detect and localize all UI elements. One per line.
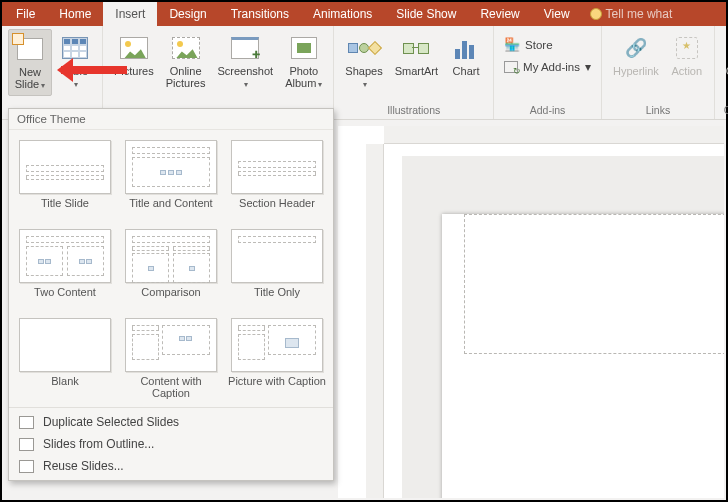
- vertical-ruler: [366, 144, 384, 498]
- layout-two-content[interactable]: Two Content: [13, 225, 117, 312]
- duplicate-icon: [19, 416, 34, 429]
- chevron-down-icon: ▾: [585, 60, 591, 74]
- subtitle-text[interactable]: Click: [442, 362, 724, 382]
- duplicate-label: Duplicate Selected Slides: [43, 415, 179, 429]
- photo-album-label: Photo Album: [285, 65, 318, 89]
- layout-content-caption[interactable]: Content with Caption: [119, 314, 223, 401]
- screenshot-label: Screenshot: [218, 65, 274, 77]
- reuse-slides[interactable]: Reuse Slides...: [9, 455, 333, 477]
- tab-file[interactable]: File: [4, 2, 47, 26]
- new-slide-gallery: Office Theme Title Slide Title and Conte…: [8, 108, 334, 481]
- my-addins-button[interactable]: My Add-ins ▾: [500, 58, 595, 76]
- addins-group-label: Add-ins: [530, 102, 566, 119]
- shapes-icon: [348, 43, 380, 53]
- layout-title-only[interactable]: Title Only: [225, 225, 329, 312]
- addin-icon: [504, 61, 518, 73]
- bulb-icon: [590, 8, 602, 20]
- smartart-button[interactable]: SmartArt: [390, 29, 443, 80]
- screenshot-icon: [231, 37, 259, 59]
- chevron-down-icon: ▾: [318, 80, 322, 89]
- reuse-icon: [19, 460, 34, 473]
- links-group-label: Links: [646, 102, 671, 119]
- slide-canvas: Click t Click: [338, 126, 724, 498]
- layout-blank[interactable]: Blank: [13, 314, 117, 401]
- smartart-icon: [403, 37, 429, 59]
- action-icon: [676, 37, 698, 59]
- hyperlink-label: Hyperlink: [613, 65, 659, 77]
- hyperlink-button[interactable]: 🔗Hyperlink: [608, 29, 664, 80]
- layout-picture-caption[interactable]: Picture with Caption: [225, 314, 329, 401]
- slide-pane[interactable]: Click t Click: [402, 156, 724, 498]
- comments-group-label: Commen: [724, 102, 728, 119]
- action-label: Action: [672, 65, 703, 77]
- chart-button[interactable]: Chart: [445, 29, 487, 80]
- tab-animations[interactable]: Animations: [301, 2, 384, 26]
- layout-section-header[interactable]: Section Header: [225, 136, 329, 223]
- illustrations-group-label: Illustrations: [387, 102, 440, 119]
- layout-title-content[interactable]: Title and Content: [119, 136, 223, 223]
- outline-label: Slides from Outline...: [43, 437, 154, 451]
- comment-button[interactable]: Comme: [721, 29, 728, 80]
- shapes-button[interactable]: Shapes▾: [340, 29, 387, 94]
- outline-icon: [19, 438, 34, 451]
- gallery-title: Office Theme: [9, 109, 333, 130]
- layout-comparison[interactable]: Comparison: [119, 225, 223, 312]
- tell-me[interactable]: Tell me what: [582, 2, 681, 26]
- table-icon: [62, 37, 88, 59]
- online-pictures-button[interactable]: Online Pictures: [161, 29, 211, 92]
- tab-view[interactable]: View: [532, 2, 582, 26]
- action-button[interactable]: Action: [666, 29, 708, 80]
- store-icon: [504, 37, 520, 52]
- chevron-down-icon: ▾: [244, 80, 248, 89]
- tell-me-text: Tell me what: [606, 7, 673, 21]
- slide[interactable]: Click t Click: [442, 214, 724, 498]
- layout-title-slide[interactable]: Title Slide: [13, 136, 117, 223]
- gallery-footer: Duplicate Selected Slides Slides from Ou…: [9, 407, 333, 480]
- chart-label: Chart: [453, 65, 480, 77]
- title-text: Click t: [505, 260, 724, 308]
- photo-album-button[interactable]: Photo Album▾: [280, 29, 327, 94]
- annotation-arrow-1: [61, 66, 127, 74]
- hyperlink-icon: 🔗: [620, 32, 652, 64]
- ribbon-tabs: File Home Insert Design Transitions Anim…: [2, 2, 726, 26]
- slides-from-outline[interactable]: Slides from Outline...: [9, 433, 333, 455]
- screenshot-button[interactable]: Screenshot▾: [213, 29, 279, 94]
- tab-design[interactable]: Design: [157, 2, 218, 26]
- horizontal-ruler: [384, 126, 724, 144]
- reuse-label: Reuse Slides...: [43, 459, 124, 473]
- tab-insert[interactable]: Insert: [103, 2, 157, 26]
- title-placeholder[interactable]: Click t: [464, 214, 724, 354]
- shapes-label: Shapes: [345, 65, 382, 77]
- online-pictures-icon: [172, 37, 200, 59]
- tab-home[interactable]: Home: [47, 2, 103, 26]
- chevron-down-icon: ▾: [363, 80, 367, 89]
- duplicate-slides[interactable]: Duplicate Selected Slides: [9, 411, 333, 433]
- slide-icon: [17, 38, 43, 60]
- online-pictures-label: Online Pictures: [166, 65, 206, 89]
- layout-grid: Title Slide Title and Content Section He…: [9, 130, 333, 407]
- store-label: Store: [525, 39, 553, 51]
- tab-review[interactable]: Review: [468, 2, 531, 26]
- smartart-label: SmartArt: [395, 65, 438, 77]
- powerpoint-window: { "tabs": { "file": "File", "home": "Hom…: [0, 0, 728, 502]
- chart-icon: [455, 37, 477, 59]
- my-addins-label: My Add-ins: [523, 61, 580, 73]
- tab-slideshow[interactable]: Slide Show: [384, 2, 468, 26]
- new-slide-label: New Slide: [15, 66, 41, 90]
- tab-transitions[interactable]: Transitions: [219, 2, 301, 26]
- store-button[interactable]: Store: [500, 35, 557, 54]
- photo-album-icon: [291, 37, 317, 59]
- pictures-icon: [120, 37, 148, 59]
- chevron-down-icon: ▾: [74, 80, 78, 89]
- chevron-down-icon: ▾: [41, 81, 45, 90]
